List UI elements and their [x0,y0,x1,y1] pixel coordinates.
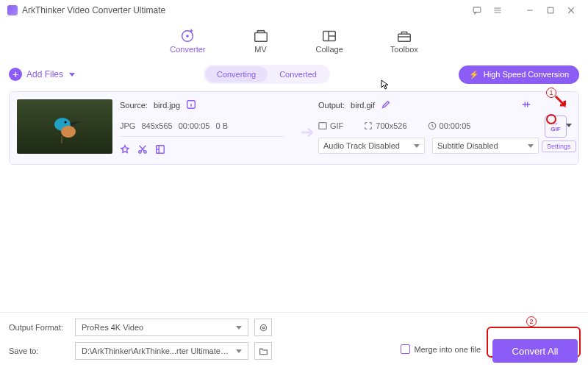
chevron-down-icon [69,73,75,77]
chevron-down-icon [528,144,534,148]
output-format-chip: GIF [318,121,343,130]
mouse-cursor-icon [381,79,391,92]
svg-point-13 [144,151,147,154]
info-icon[interactable] [186,99,196,111]
save-to-label: Save to: [9,347,69,355]
annotation-arrow-icon [554,95,570,113]
svg-rect-1 [548,7,553,13]
converter-icon [179,29,196,43]
toolbar: + Add Files Converting Converted ⚡ High … [0,62,588,87]
edit-name-icon[interactable] [381,99,391,111]
feedback-icon[interactable] [467,1,487,20]
merge-label: Merge into one file [415,345,481,354]
source-label: Source: [120,101,148,110]
divider [120,136,284,137]
svg-rect-6 [398,34,411,41]
add-files-label: Add Files [26,69,63,79]
settings-button[interactable]: Settings [542,141,576,152]
plus-icon: + [9,68,22,81]
svg-point-18 [262,327,264,328]
edit-icon[interactable] [155,144,165,157]
toolbox-icon [396,29,412,43]
chevron-down-icon [236,326,242,330]
status-tabs: Converting Converted [204,65,330,84]
add-files-button[interactable]: + Add Files [9,68,75,81]
svg-point-8 [61,126,76,138]
input-format: JPG [120,121,135,130]
output-format-settings-button[interactable] [254,319,272,336]
svg-point-17 [260,324,266,330]
svg-point-12 [139,151,142,154]
svg-rect-0 [473,7,481,13]
split-icon[interactable] [521,99,531,112]
tab-label: MV [254,45,267,54]
bolt-icon: ⚡ [469,70,479,79]
mv-icon [253,29,269,43]
title-bar: ArkThinker Video Converter Ultimate [0,0,588,21]
thumbnail[interactable] [17,99,112,154]
checkbox-icon [401,344,410,354]
main-tabs: Converter MV Collage Toolbox [0,21,588,62]
tab-collage[interactable]: Collage [316,29,343,54]
chevron-down-icon [236,349,242,353]
app-title: ArkThinker Video Converter Ultimate [22,5,165,15]
maximize-button[interactable] [541,1,560,20]
app-logo-icon [7,5,18,15]
input-duration: 00:00:05 [179,121,210,130]
high-speed-button[interactable]: ⚡ High Speed Conversion [459,65,579,84]
output-resolution-chip: 700x526 [364,121,406,130]
tab-converting[interactable]: Converting [205,66,268,82]
svg-rect-10 [61,136,62,143]
chevron-down-icon[interactable] [566,124,572,127]
tab-toolbox[interactable]: Toolbox [390,29,418,54]
source-filename: bird.jpg [154,101,180,110]
output-filename: bird.gif [351,101,375,110]
tab-label: Converter [170,45,205,54]
high-speed-label: High Speed Conversion [484,70,569,79]
arrow-right-icon: ➔ [301,123,314,142]
tab-label: Collage [316,45,343,54]
svg-rect-4 [254,32,267,41]
bird-image [48,110,82,143]
close-button[interactable] [562,1,581,20]
audio-track-select[interactable]: Audio Track Disabled [318,138,425,154]
star-icon[interactable] [120,144,130,157]
file-card: Source: bird.jpg JPG 845x565 00:00:05 0 … [9,91,579,165]
open-folder-button[interactable] [254,342,272,360]
minimize-button[interactable] [520,1,539,20]
input-resolution: 845x565 [141,121,172,130]
tab-converter[interactable]: Converter [170,29,205,54]
svg-rect-15 [319,123,326,129]
output-format-label: Output Format: [9,323,69,332]
cut-icon[interactable] [137,144,148,157]
tab-label: Toolbox [390,45,418,54]
input-size: 0 B [215,121,228,130]
annotation-circle [546,114,556,124]
collage-icon [321,29,337,43]
merge-checkbox[interactable]: Merge into one file [401,344,481,354]
output-format-select[interactable]: ProRes 4K Video [75,319,248,336]
output-label: Output: [318,101,345,110]
save-to-select[interactable]: D:\ArkThinker\ArkThinke...rter Ultimate\… [75,342,248,360]
subtitle-select[interactable]: Subtitle Disabled [432,138,539,154]
bottom-bar: Output Format: ProRes 4K Video Save to: … [0,312,588,373]
tab-mv[interactable]: MV [253,29,269,54]
output-duration-chip: 00:00:05 [428,121,471,130]
convert-all-button[interactable]: Convert All [492,339,578,363]
chevron-down-icon [414,144,420,148]
menu-icon[interactable] [488,1,507,20]
svg-point-3 [187,35,190,38]
tab-converted[interactable]: Converted [268,66,329,82]
svg-point-9 [65,121,67,124]
